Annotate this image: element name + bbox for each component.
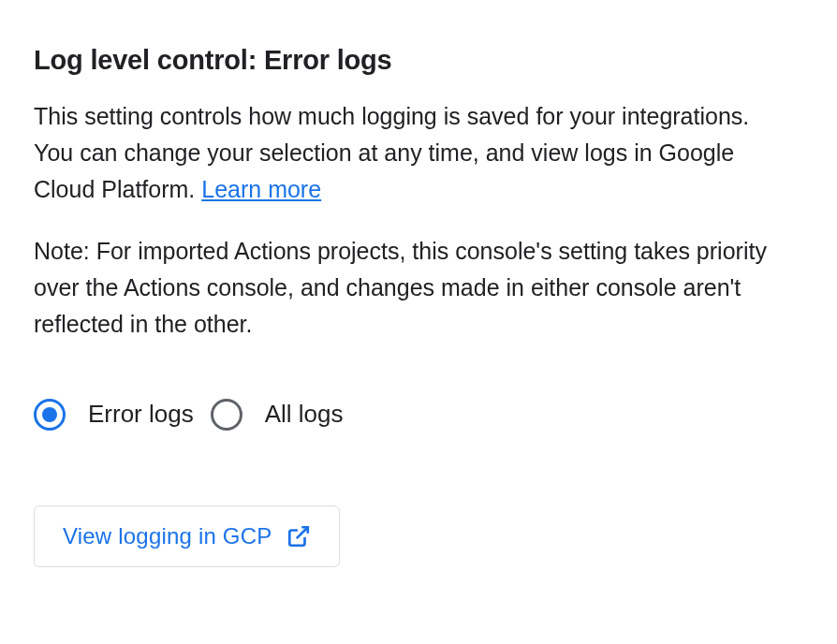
radio-selected-icon: [34, 399, 66, 431]
view-logging-button[interactable]: View logging in GCP: [34, 505, 340, 567]
radio-option-error-logs[interactable]: Error logs: [34, 399, 194, 431]
view-logging-label: View logging in GCP: [63, 523, 272, 549]
section-heading: Log level control: Error logs: [34, 45, 803, 76]
description-body: This setting controls how much logging i…: [34, 103, 749, 202]
radio-option-all-logs[interactable]: All logs: [211, 399, 344, 431]
log-level-radio-group: Error logs All logs: [34, 399, 803, 431]
svg-line-0: [297, 527, 308, 538]
radio-label-all-logs: All logs: [265, 400, 344, 429]
radio-unselected-icon: [211, 399, 242, 431]
learn-more-link[interactable]: Learn more: [201, 176, 321, 202]
description-text: This setting controls how much logging i…: [34, 98, 764, 207]
external-link-icon: [286, 524, 311, 549]
note-text: Note: For imported Actions projects, thi…: [34, 233, 773, 342]
radio-label-error-logs: Error logs: [88, 400, 194, 429]
